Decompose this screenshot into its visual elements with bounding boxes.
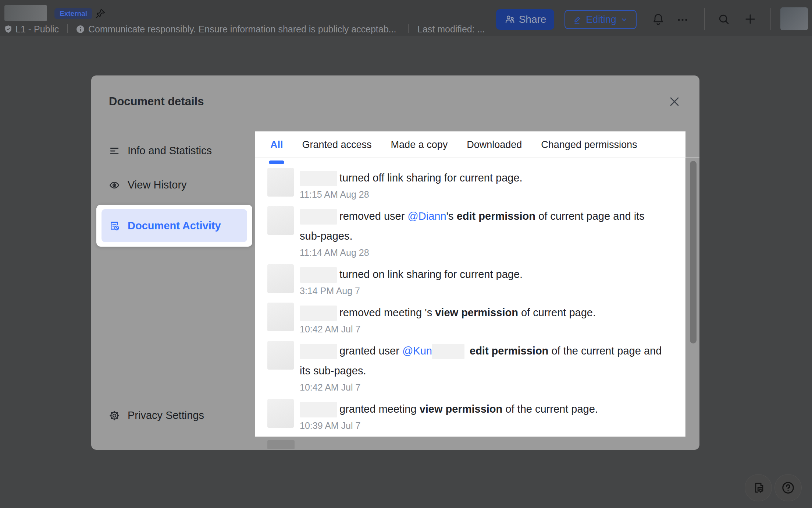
divider — [408, 24, 409, 33]
activity-message: turned off link sharing for current page… — [300, 168, 663, 188]
redacted-name — [300, 171, 337, 186]
info-icon — [76, 23, 85, 35]
avatar — [267, 264, 294, 293]
share-users-icon — [504, 14, 515, 25]
search-icon[interactable] — [717, 13, 730, 26]
activity-message: turned on link sharing for current page. — [300, 264, 663, 284]
share-button-label: Share — [519, 14, 546, 25]
align-lines-icon — [109, 145, 120, 156]
security-shield-icon — [4, 23, 13, 35]
avatar — [267, 341, 294, 370]
create-new-icon[interactable] — [744, 13, 757, 26]
sidebar-item-label: Info and Statistics — [128, 145, 212, 157]
doc-comment-icon — [751, 481, 765, 495]
tab-changed-permissions[interactable]: Changed permissions — [541, 139, 637, 151]
redacted-name — [300, 306, 337, 321]
activity-timestamp: 10:42 AM Jul 7 — [300, 323, 663, 335]
avatar — [267, 303, 294, 331]
divider — [704, 8, 705, 30]
chevron-down-icon — [620, 15, 628, 24]
redacted-name — [300, 344, 337, 359]
user-mention-link[interactable]: @Kun — [402, 345, 432, 357]
activity-timestamp: 10:42 AM Jul 7 — [300, 381, 663, 393]
activity-entry: granted meeting view permission of the c… — [267, 399, 663, 431]
tab-all[interactable]: All — [270, 139, 283, 151]
activity-entry: removed user @Diann's edit permission of… — [267, 206, 663, 258]
sidebar-item-info-and-statistics[interactable]: Info and Statistics — [109, 145, 212, 157]
security-level-label[interactable]: L1 - Public — [15, 23, 59, 35]
editing-mode-button[interactable]: Editing — [565, 10, 637, 29]
activity-list: turned off link sharing for current page… — [255, 158, 685, 437]
sidebar-item-label: Privacy Settings — [128, 409, 204, 421]
divider — [67, 24, 68, 33]
activity-entry: turned off link sharing for current page… — [267, 168, 663, 200]
activity-entry: removed meeting 's view permission of cu… — [267, 303, 663, 335]
avatar — [267, 399, 294, 428]
feedback-button[interactable] — [745, 474, 772, 501]
sidebar-item-label: Document Activity — [128, 220, 221, 232]
close-icon[interactable] — [667, 94, 682, 109]
more-options-icon[interactable] — [676, 13, 689, 27]
editing-button-label: Editing — [586, 14, 616, 25]
modal-title: Document details — [109, 95, 204, 108]
tab-granted-access[interactable]: Granted access — [302, 139, 372, 151]
user-avatar[interactable] — [780, 7, 808, 30]
last-modified-label: Last modified: ... — [417, 23, 485, 35]
tab-made-a-copy[interactable]: Made a copy — [391, 139, 448, 151]
help-button[interactable] — [774, 474, 802, 501]
avatar — [267, 206, 294, 235]
question-icon — [781, 481, 795, 495]
tab-downloaded[interactable]: Downloaded — [467, 139, 522, 151]
sidebar-item-document-activity[interactable]: Document Activity — [102, 209, 247, 242]
document-title-redacted — [4, 5, 47, 21]
document-activity-icon — [109, 220, 120, 231]
activity-message: removed user @Diann's edit permission of… — [300, 206, 663, 246]
share-button[interactable]: Share — [496, 9, 554, 30]
redacted-name — [300, 402, 337, 417]
activity-timestamp: 3:14 PM Aug 7 — [300, 285, 663, 297]
activity-timestamp: 11:14 AM Aug 28 — [300, 247, 663, 258]
activity-message: removed meeting 's view permission of cu… — [300, 303, 663, 322]
activity-message: granted user @Kun edit permission of the… — [300, 341, 663, 381]
activity-filter-tabs: All Granted access Made a copy Downloade… — [255, 131, 685, 158]
eye-icon — [109, 180, 120, 191]
external-badge: External — [54, 8, 92, 19]
gear-icon — [109, 410, 120, 421]
activity-message: granted meeting view permission of the c… — [300, 399, 663, 419]
partial-next-entry-avatar — [267, 440, 295, 449]
divider — [770, 8, 771, 30]
screen: External L1 - Public Communicate respons… — [0, 0, 812, 508]
activity-entry: turned on link sharing for current page.… — [267, 264, 663, 297]
pencil-icon — [573, 15, 583, 25]
sidebar-item-privacy-settings[interactable]: Privacy Settings — [109, 409, 204, 421]
avatar — [267, 168, 294, 197]
user-mention-link[interactable]: @Diann — [407, 210, 446, 222]
redacted-name — [432, 344, 464, 359]
activity-timestamp: 10:39 AM Jul 7 — [300, 420, 663, 431]
sidebar-item-view-history[interactable]: View History — [109, 179, 187, 191]
notifications-bell-icon[interactable] — [652, 13, 665, 26]
sidebar-item-label: View History — [128, 179, 187, 191]
pin-icon[interactable] — [95, 8, 106, 19]
redacted-name — [300, 267, 337, 283]
redacted-name — [300, 209, 337, 225]
topbar: External L1 - Public Communicate respons… — [0, 0, 812, 36]
activity-entry: granted user @Kun edit permission of the… — [267, 341, 663, 393]
responsibility-notice: Communicate responsibly. Ensure informat… — [88, 23, 396, 35]
activity-timestamp: 11:15 AM Aug 28 — [300, 188, 663, 200]
scrollbar-thumb[interactable] — [690, 161, 697, 343]
